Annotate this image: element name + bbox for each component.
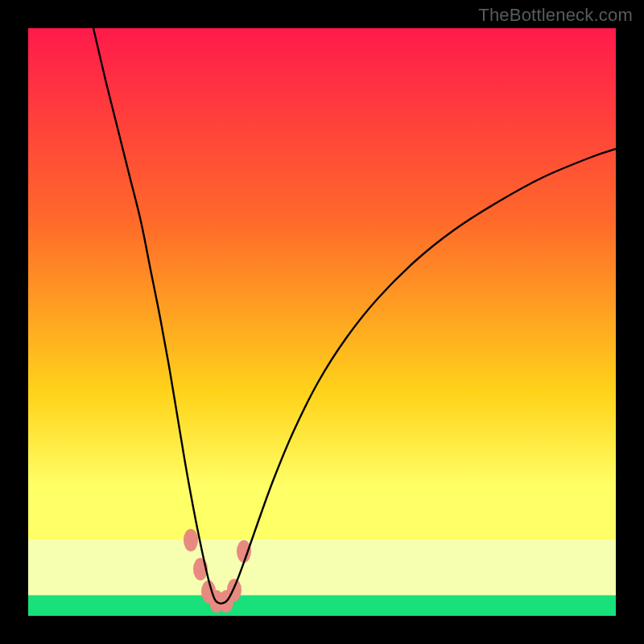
right-curve: [221, 149, 616, 604]
left-curve: [93, 28, 221, 604]
valley-marker: [237, 540, 251, 563]
chart-frame: TheBottleneck.com: [0, 0, 644, 644]
plot-area: [28, 28, 616, 616]
valley-marker: [184, 529, 198, 551]
curves-layer: [28, 28, 616, 616]
watermark-text: TheBottleneck.com: [478, 5, 633, 26]
